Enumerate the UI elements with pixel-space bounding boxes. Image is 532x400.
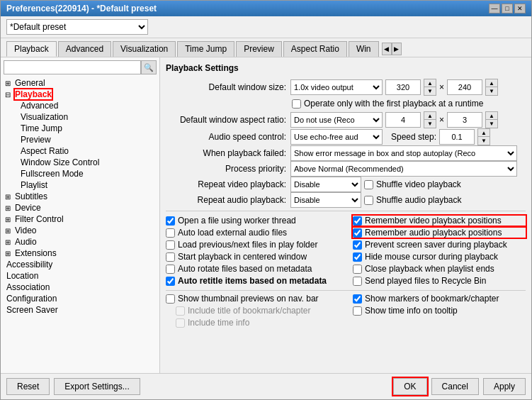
load-prev-next-checkbox[interactable] xyxy=(166,240,175,250)
show-thumbnail-checkbox[interactable] xyxy=(166,294,175,304)
reset-button[interactable]: Reset xyxy=(6,378,50,395)
tree-group-extensions: ⊞ Extensions xyxy=(4,248,157,259)
aspect-num2-input[interactable] xyxy=(447,112,482,128)
height-spin-up[interactable]: ▲ xyxy=(486,79,497,87)
audio-speed-select[interactable]: Use echo-free aud xyxy=(290,129,383,145)
sidebar-item-general[interactable]: ⊞ General xyxy=(4,77,157,89)
hide-mouse-label: Hide mouse cursor during playback xyxy=(365,252,498,262)
tab-visualization[interactable]: Visualization xyxy=(113,41,176,57)
remember-audio-pos-label: Remember audio playback positions xyxy=(365,228,502,238)
sidebar-item-configuration[interactable]: Configuration xyxy=(4,293,157,304)
remember-video-pos-checkbox[interactable] xyxy=(353,216,362,226)
sidebar-item-extensions[interactable]: ⊞ Extensions xyxy=(4,248,157,259)
shuffle-audio-checkbox-row: Shuffle audio playback xyxy=(364,195,462,205)
export-settings-button[interactable]: Export Settings... xyxy=(54,378,140,395)
playback-failed-select[interactable]: Show error message in box and stop autop… xyxy=(290,145,517,161)
repeat-audio-select[interactable]: Disable xyxy=(290,192,361,208)
prevent-screensaver-checkbox[interactable] xyxy=(353,240,362,250)
window-size-select[interactable]: 1.0x video output xyxy=(290,79,383,95)
sidebar-item-subtitles[interactable]: ⊞ Subtitles xyxy=(4,191,157,202)
shuffle-audio-checkbox[interactable] xyxy=(364,196,373,205)
remember-audio-pos-checkbox[interactable] xyxy=(353,228,362,238)
auto-retitle-checkbox[interactable] xyxy=(166,277,175,286)
include-time-checkbox[interactable] xyxy=(176,318,185,328)
tab-prev-button[interactable]: ◀ xyxy=(382,43,392,55)
show-markers-checkbox[interactable] xyxy=(353,294,362,304)
sidebar-item-playlist[interactable]: Playlist xyxy=(18,179,157,191)
sidebar-label-general: General xyxy=(15,78,45,88)
hide-mouse-checkbox[interactable] xyxy=(353,252,362,262)
sidebar-item-playback[interactable]: ⊟ Playback xyxy=(4,89,157,100)
cb-include-time: Include time info xyxy=(176,318,339,328)
cb-auto-load-audio: Auto load external audio files xyxy=(166,228,339,238)
window-height-input[interactable] xyxy=(447,79,482,95)
tree-group-filtercontrol: ⊞ Filter Control xyxy=(4,213,157,225)
tab-advanced[interactable]: Advanced xyxy=(58,41,111,57)
aspect-num2-spin-down[interactable]: ▼ xyxy=(486,120,497,128)
auto-rotate-checkbox[interactable] xyxy=(166,265,175,274)
preset-select[interactable]: *Default preset xyxy=(6,19,148,35)
worker-thread-checkbox[interactable] xyxy=(166,216,175,226)
include-title-checkbox[interactable] xyxy=(176,306,185,316)
sidebar-item-filtercontrol[interactable]: ⊞ Filter Control xyxy=(4,213,157,225)
close-button[interactable]: ✕ xyxy=(514,4,526,13)
window-width-input[interactable] xyxy=(385,79,421,95)
sidebar-item-timejump[interactable]: Time Jump xyxy=(18,123,157,134)
shuffle-video-checkbox-row: Shuffle video playback xyxy=(364,179,461,189)
start-centered-checkbox[interactable] xyxy=(166,252,175,262)
speed-step-spin-up[interactable]: ▲ xyxy=(478,129,489,137)
sidebar-search-input[interactable] xyxy=(4,60,141,74)
show-time-tooltip-checkbox[interactable] xyxy=(353,306,362,316)
send-recycle-label: Send played files to Recycle Bin xyxy=(365,276,486,286)
sidebar-item-visualization[interactable]: Visualization xyxy=(18,111,157,123)
sidebar-item-association[interactable]: Association xyxy=(4,282,157,293)
cb-start-centered: Start playback in centered window xyxy=(166,252,339,262)
tab-timejump[interactable]: Time Jump xyxy=(177,41,234,57)
auto-load-audio-checkbox[interactable] xyxy=(166,228,175,238)
sidebar-item-aspectratio[interactable]: Aspect Ratio xyxy=(18,145,157,157)
sidebar-search-button[interactable]: 🔍 xyxy=(141,60,157,74)
speed-step-spin-down[interactable]: ▼ xyxy=(478,137,489,145)
tab-preview[interactable]: Preview xyxy=(236,41,282,57)
sidebar-item-device[interactable]: ⊞ Device xyxy=(4,202,157,213)
repeat-video-select[interactable]: Disable xyxy=(290,177,361,192)
sidebar-item-preview[interactable]: Preview xyxy=(18,134,157,145)
tab-next-button[interactable]: ▶ xyxy=(392,43,402,55)
cb-auto-retitle: Auto retitle items based on metadata xyxy=(166,276,339,286)
operate-only-checkbox[interactable] xyxy=(292,99,301,109)
minimize-button[interactable]: — xyxy=(489,4,500,13)
process-priority-select[interactable]: Above Normal (Recommended) xyxy=(290,161,517,177)
sidebar-item-accessibility[interactable]: Accessibility xyxy=(4,259,157,270)
send-recycle-checkbox[interactable] xyxy=(353,277,362,286)
width-spin-up[interactable]: ▲ xyxy=(424,79,436,87)
ok-button[interactable]: OK xyxy=(393,378,426,395)
tab-win[interactable]: Win xyxy=(349,41,379,57)
sidebar-item-audio[interactable]: ⊞ Audio xyxy=(4,236,157,248)
maximize-button[interactable]: □ xyxy=(502,4,513,13)
aspect-num2-spin-up[interactable]: ▲ xyxy=(486,112,497,120)
speed-step-input[interactable] xyxy=(439,129,475,145)
sidebar-item-location[interactable]: Location xyxy=(4,270,157,282)
sidebar-item-screensaver[interactable]: Screen Saver xyxy=(4,304,157,316)
checkbox-bottom-col-left: Show thumbnail previews on nav. bar Incl… xyxy=(166,294,339,328)
title-bar: Preferences(220914) - *Default preset — … xyxy=(1,1,531,16)
shuffle-video-checkbox[interactable] xyxy=(364,180,373,189)
sidebar-item-video[interactable]: ⊞ Video xyxy=(4,225,157,236)
cb-remember-video-pos: Remember video playback positions xyxy=(353,216,526,226)
width-spin-down[interactable]: ▼ xyxy=(424,87,436,95)
sidebar-item-fullscreenmode[interactable]: Fullscreen Mode xyxy=(18,168,157,179)
apply-button[interactable]: Apply xyxy=(483,378,526,395)
cb-close-playlist: Close playback when playlist ends xyxy=(353,264,526,274)
aspect-num1-input[interactable] xyxy=(385,112,421,128)
cancel-button[interactable]: Cancel xyxy=(431,378,479,395)
tab-playback[interactable]: Playback xyxy=(6,41,57,57)
sidebar-item-advanced[interactable]: Advanced xyxy=(18,100,157,111)
aspect-select[interactable]: Do not use (Reco xyxy=(290,112,383,128)
aspect-num1-spin-down[interactable]: ▼ xyxy=(424,120,436,128)
aspect-num1-spin-up[interactable]: ▲ xyxy=(424,112,436,120)
close-playlist-checkbox[interactable] xyxy=(353,265,362,274)
sidebar-item-windowsizecontrol[interactable]: Window Size Control xyxy=(18,157,157,168)
expand-icon-audio: ⊞ xyxy=(5,238,13,246)
height-spin-down[interactable]: ▼ xyxy=(486,87,497,95)
tab-aspectratio[interactable]: Aspect Ratio xyxy=(283,41,347,57)
